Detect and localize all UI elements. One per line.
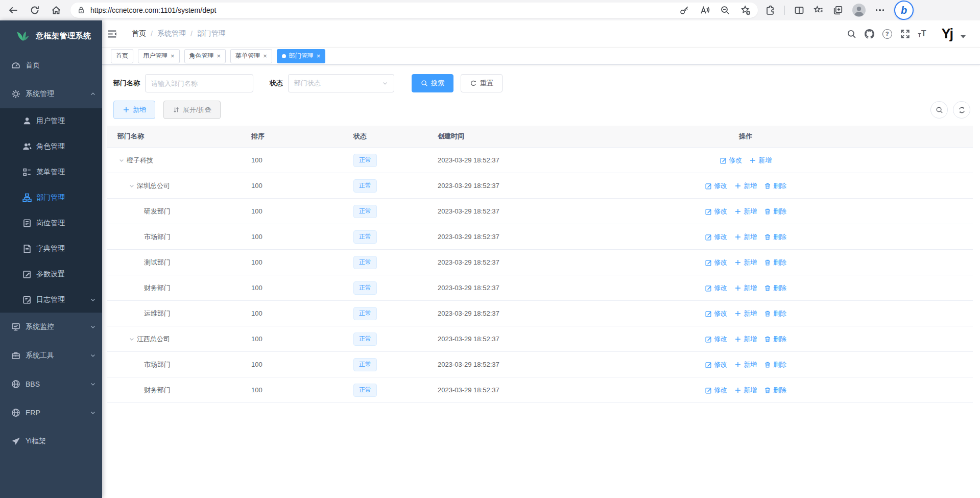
user-logo-avatar[interactable]: Yj: [941, 27, 952, 41]
sidebar-item-users[interactable]: 用户管理: [0, 108, 102, 134]
github-icon[interactable]: [865, 29, 874, 39]
split-screen-icon[interactable]: [794, 5, 804, 15]
add-link[interactable]: 新增: [734, 360, 757, 369]
url-text[interactable]: https://ccnetcore.com:1101/system/dept: [90, 6, 679, 14]
bing-chat-icon[interactable]: b: [894, 1, 914, 20]
header-search-icon[interactable]: [847, 29, 856, 39]
delete-link[interactable]: 删除: [764, 360, 786, 369]
created-time: 2023-03-29 18:52:37: [432, 207, 582, 215]
tab-close-icon[interactable]: ×: [317, 53, 321, 59]
delete-link[interactable]: 删除: [764, 283, 786, 293]
edit-link[interactable]: 修改: [705, 232, 727, 242]
tab-close-icon[interactable]: ×: [263, 53, 267, 59]
help-icon[interactable]: ?: [882, 29, 892, 39]
delete-link[interactable]: 删除: [764, 232, 786, 242]
status-select[interactable]: 部门状态: [288, 74, 394, 92]
tab-menus[interactable]: 菜单管理 ×: [230, 49, 272, 63]
delete-link[interactable]: 删除: [764, 258, 786, 267]
read-aloud-icon[interactable]: [700, 5, 710, 15]
trash-icon: [764, 361, 771, 368]
search-button[interactable]: 搜索: [412, 74, 453, 92]
status-select-placeholder: 部门状态: [294, 79, 321, 88]
add-dept-button[interactable]: 新增: [113, 101, 155, 119]
sidebar-item-tools[interactable]: 系统工具: [0, 341, 102, 370]
delete-link[interactable]: 删除: [764, 309, 786, 318]
breadcrumb-home[interactable]: 首页: [132, 29, 146, 38]
add-link[interactable]: 新增: [734, 181, 757, 191]
delete-link[interactable]: 删除: [764, 181, 786, 191]
edit-link[interactable]: 修改: [705, 258, 727, 267]
sidebar-item-roles[interactable]: 角色管理: [0, 134, 102, 159]
tab-users[interactable]: 用户管理 ×: [138, 49, 180, 63]
edit-link[interactable]: 修改: [720, 156, 742, 165]
edit-link[interactable]: 修改: [705, 360, 727, 369]
sidebar-item-dictionary[interactable]: 字典管理: [0, 236, 102, 262]
profile-avatar[interactable]: [852, 4, 866, 17]
refresh-icon[interactable]: [30, 5, 40, 15]
address-bar[interactable]: https://ccnetcore.com:1101/system/dept: [70, 3, 758, 18]
add-link[interactable]: 新增: [734, 309, 757, 318]
edit-link[interactable]: 修改: [705, 283, 727, 293]
favorite-star-icon[interactable]: [740, 5, 751, 15]
tab-departments[interactable]: 部门管理 ×: [277, 49, 326, 63]
home-icon[interactable]: [51, 5, 61, 15]
tab-close-icon[interactable]: ×: [217, 53, 221, 59]
trash-icon: [764, 387, 771, 394]
sidebar-item-logs[interactable]: 日志管理: [0, 287, 102, 313]
edit-link[interactable]: 修改: [705, 386, 727, 395]
sidebar-item-yi-framework[interactable]: Yi框架: [0, 427, 102, 456]
add-link[interactable]: 新增: [734, 232, 757, 242]
dept-name-input[interactable]: [145, 74, 253, 92]
status-badge: 正常: [353, 154, 377, 167]
sidebar-item-home[interactable]: 首页: [0, 51, 102, 80]
sidebar-item-departments[interactable]: 部门管理: [0, 185, 102, 210]
add-link[interactable]: 新增: [734, 258, 757, 267]
password-key-icon[interactable]: [679, 5, 689, 15]
refresh-table-button[interactable]: [953, 101, 970, 118]
add-link[interactable]: 新增: [734, 386, 757, 395]
toggle-search-button[interactable]: [930, 101, 948, 118]
sidebar-item-erp[interactable]: ERP: [0, 398, 102, 427]
settings-more-icon[interactable]: [875, 5, 885, 15]
plus-icon: [734, 233, 742, 241]
add-link[interactable]: 新增: [734, 207, 757, 216]
lock-icon[interactable]: [77, 6, 85, 14]
tab-roles[interactable]: 角色管理 ×: [184, 49, 226, 63]
tab-close-icon[interactable]: ×: [171, 53, 175, 59]
sidebar-item-posts[interactable]: 岗位管理: [0, 210, 102, 236]
status-badge: 正常: [353, 281, 377, 295]
expand-arrow-icon[interactable]: [117, 156, 126, 164]
edit-link[interactable]: 修改: [705, 207, 727, 216]
zoom-out-icon[interactable]: [720, 5, 730, 15]
edit-link[interactable]: 修改: [705, 309, 727, 318]
app-logo[interactable]: 意框架管理系统: [0, 20, 102, 51]
add-link[interactable]: 新增: [734, 283, 757, 293]
user-menu-caret-icon[interactable]: [961, 35, 966, 38]
expand-collapse-button[interactable]: 展开/折叠: [163, 101, 221, 119]
sidebar-item-menus[interactable]: 菜单管理: [0, 159, 102, 185]
back-icon[interactable]: [8, 5, 18, 15]
expand-arrow-icon[interactable]: [128, 182, 136, 190]
sidebar-item-system[interactable]: 系统管理: [0, 80, 102, 108]
add-link[interactable]: 新增: [749, 156, 772, 165]
extensions-puzzle-icon[interactable]: [765, 5, 775, 15]
breadcrumb-section[interactable]: 系统管理: [157, 29, 186, 38]
expand-arrow-icon[interactable]: [128, 335, 136, 343]
edit-link[interactable]: 修改: [705, 181, 727, 191]
favorites-bar-icon[interactable]: [814, 5, 824, 15]
delete-link[interactable]: 删除: [764, 386, 786, 395]
sidebar-item-bbs[interactable]: BBS: [0, 370, 102, 398]
sidebar-collapse-icon[interactable]: [107, 29, 117, 39]
delete-link[interactable]: 删除: [764, 335, 786, 344]
font-size-icon[interactable]: TT: [918, 29, 926, 38]
tab-home[interactable]: 首页: [111, 49, 133, 63]
sidebar-item-monitor[interactable]: 系统监控: [0, 313, 102, 341]
edit-link[interactable]: 修改: [705, 335, 727, 344]
collections-icon[interactable]: [833, 5, 843, 15]
fullscreen-icon[interactable]: [900, 29, 910, 39]
delete-label: 删除: [773, 258, 786, 267]
add-link[interactable]: 新增: [734, 335, 757, 344]
reset-button[interactable]: 重置: [461, 74, 503, 92]
delete-link[interactable]: 删除: [764, 207, 786, 216]
sidebar-item-parameters[interactable]: 参数设置: [0, 262, 102, 287]
